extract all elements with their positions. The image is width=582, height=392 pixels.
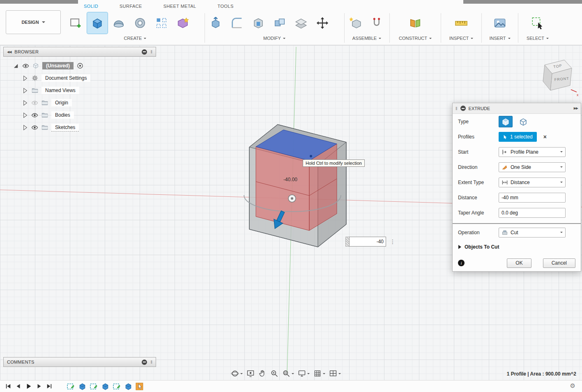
direction-select[interactable]: One Side	[499, 162, 566, 172]
move-copy-button[interactable]	[312, 12, 333, 34]
expand-open-icon[interactable]	[13, 63, 19, 69]
timeline-sketch-feature[interactable]	[112, 382, 121, 391]
expand-section-icon[interactable]	[458, 245, 461, 249]
tree-row-document-settings[interactable]: Document Settings	[3, 72, 156, 84]
panel-grip-icon[interactable]: ‖	[150, 49, 152, 54]
timeline-settings-gear-icon[interactable]: ⚙	[570, 382, 575, 390]
comments-header[interactable]: COMMENTS ‖	[3, 357, 156, 367]
extrude-type-solid-button[interactable]	[499, 116, 513, 127]
tab-surface[interactable]: SURFACE	[109, 1, 153, 12]
pattern-button[interactable]	[151, 12, 172, 34]
extrude-type-thin-button[interactable]	[516, 116, 530, 127]
extrude-button[interactable]	[87, 12, 108, 34]
timeline-position-marker[interactable]	[135, 382, 144, 391]
document-name[interactable]: (Unsaved)	[42, 62, 74, 69]
collapse-panel-icon[interactable]: ◀◀	[7, 50, 11, 54]
visibility-eye-off-icon[interactable]	[31, 99, 38, 106]
revolve-button[interactable]	[108, 12, 129, 34]
grid-layout-button[interactable]	[313, 369, 326, 378]
start-select[interactable]: Profile Plane	[499, 147, 566, 157]
select-menu[interactable]: SELECT	[519, 36, 557, 41]
taper-angle-input[interactable]	[499, 208, 566, 218]
coil-button[interactable]	[173, 12, 193, 34]
sweep-button[interactable]	[130, 12, 150, 34]
fit-button[interactable]	[281, 369, 295, 378]
ok-button[interactable]: OK	[507, 258, 531, 268]
construct-menu[interactable]: CONSTRUCT	[390, 36, 440, 41]
timeline-play-button[interactable]	[25, 383, 32, 390]
cancel-button[interactable]: Cancel	[543, 258, 575, 268]
tab-tools[interactable]: TOOLS	[207, 1, 244, 12]
inspect-menu[interactable]: INSPECT	[442, 36, 481, 41]
timeline-extrude-feature[interactable]	[101, 382, 110, 391]
fillet-button[interactable]	[227, 12, 247, 34]
select-button[interactable]	[527, 12, 548, 34]
profiles-selected-button[interactable]: 1 selected	[499, 132, 537, 142]
distance-input[interactable]	[499, 193, 566, 203]
timeline-step-back-button[interactable]	[14, 383, 22, 390]
objects-to-cut-row[interactable]: Objects To Cut	[453, 240, 581, 254]
insert-canvas-button[interactable]	[490, 12, 510, 34]
tree-item-label[interactable]: Document Settings	[41, 74, 90, 82]
create-menu[interactable]: CREATE	[66, 36, 205, 41]
insert-menu[interactable]: INSERT	[482, 36, 518, 41]
info-icon[interactable]: i	[458, 260, 465, 266]
offset-face-button[interactable]	[291, 12, 311, 34]
shell-button[interactable]	[248, 12, 269, 34]
tree-item-label[interactable]: Sketches	[51, 124, 79, 131]
assemble-menu[interactable]: ASSEMBLE	[345, 36, 389, 41]
timeline-sketch-feature[interactable]	[89, 382, 98, 391]
expand-closed-icon[interactable]	[22, 100, 28, 106]
panel-menu-icon[interactable]	[142, 49, 147, 55]
drag-handle-icon[interactable]	[345, 237, 349, 247]
visibility-eye-icon[interactable]	[31, 124, 38, 131]
measure-button[interactable]	[451, 12, 472, 34]
tree-row-named-views[interactable]: Named Views	[3, 84, 156, 97]
timeline-sketch-feature[interactable]	[66, 382, 75, 391]
construction-plane-button[interactable]	[405, 12, 426, 34]
pan-button[interactable]	[258, 369, 267, 378]
press-pull-button[interactable]	[205, 12, 226, 34]
dialog-menu-icon[interactable]	[460, 106, 466, 111]
orbit-button[interactable]	[230, 369, 244, 378]
extent-type-select[interactable]: Distance	[499, 178, 566, 187]
panel-menu-icon[interactable]	[142, 360, 147, 365]
zoom-button[interactable]	[269, 369, 279, 378]
joint-button[interactable]	[366, 12, 387, 34]
viewports-button[interactable]	[328, 369, 342, 378]
tab-solid[interactable]: SOLID	[73, 1, 109, 12]
new-component-button[interactable]	[345, 12, 366, 34]
activate-component-icon[interactable]	[76, 62, 84, 69]
create-sketch-button[interactable]	[66, 12, 86, 34]
view-cube[interactable]: TOP FRONT x	[533, 53, 580, 98]
expand-closed-icon[interactable]	[22, 88, 28, 94]
display-settings-button[interactable]	[297, 369, 311, 378]
timeline-extrude-feature[interactable]	[78, 382, 87, 391]
expand-closed-icon[interactable]	[22, 125, 28, 131]
tree-row-bodies[interactable]: Bodies	[3, 109, 156, 121]
visibility-eye-icon[interactable]	[31, 112, 38, 119]
extrude-dialog-header[interactable]: ‖ EXTRUDE ▶▶	[453, 103, 581, 114]
dialog-grip-icon[interactable]: ‖	[455, 106, 458, 111]
clear-selection-icon[interactable]: ×	[543, 134, 547, 140]
tree-row-origin[interactable]: Origin	[3, 97, 156, 109]
modify-menu[interactable]: MODIFY	[205, 36, 343, 41]
expand-dialog-icon[interactable]: ▶▶	[574, 106, 578, 110]
timeline-go-to-end-button[interactable]	[45, 383, 53, 390]
expand-closed-icon[interactable]	[22, 75, 28, 81]
tree-item-label[interactable]: Named Views	[41, 87, 79, 94]
timeline-go-to-start-button[interactable]	[4, 383, 12, 390]
operation-select[interactable]: Cut	[499, 228, 566, 238]
tree-row-root[interactable]: (Unsaved)	[3, 60, 156, 72]
distance-value-input[interactable]	[349, 237, 386, 247]
panel-grip-icon[interactable]: ‖	[150, 360, 152, 364]
tree-item-label[interactable]: Origin	[51, 99, 72, 106]
tree-row-sketches[interactable]: Sketches	[3, 121, 156, 134]
combine-button[interactable]	[269, 12, 290, 34]
design-workspace-dropdown[interactable]: DESIGN	[6, 10, 61, 34]
tree-item-label[interactable]: Bodies	[51, 111, 74, 119]
expand-closed-icon[interactable]	[22, 112, 28, 118]
more-options-icon[interactable]: ⋮	[390, 239, 396, 244]
browser-header[interactable]: ◀◀ BROWSER ‖	[3, 47, 156, 57]
timeline-step-forward-button[interactable]	[35, 383, 43, 390]
